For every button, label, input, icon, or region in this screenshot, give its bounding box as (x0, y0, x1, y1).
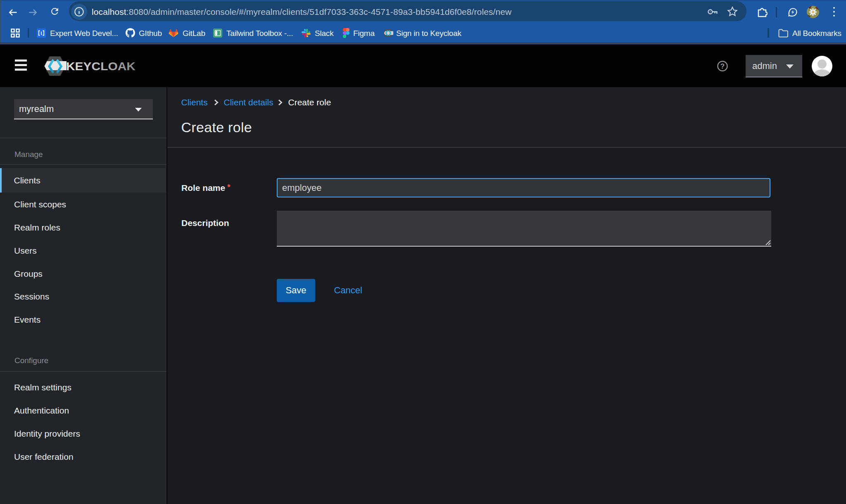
svg-text:?: ? (720, 62, 725, 70)
svg-text:KEYCLOAK: KEYCLOAK (66, 60, 135, 73)
